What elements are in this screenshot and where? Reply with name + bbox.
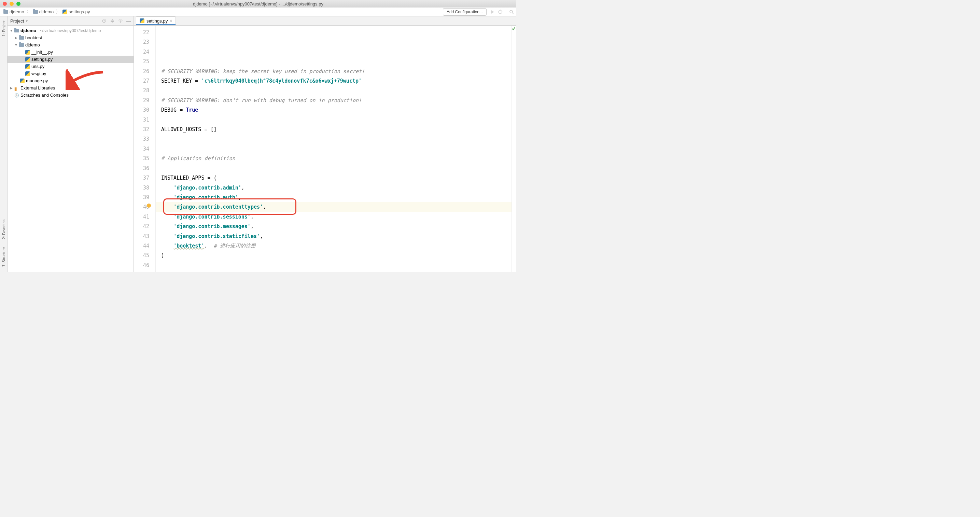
svg-point-9 (120, 20, 121, 22)
line-number: 40 (134, 202, 149, 212)
inspection-ok-icon[interactable] (512, 27, 515, 30)
project-tree[interactable]: ▼ djdemo ~/.virtualenvs/npy007/test/djde… (8, 25, 134, 100)
folder-icon (14, 29, 19, 32)
code-editor[interactable]: # SECURITY WARNING: keep the secret key … (156, 25, 512, 272)
folder-icon (19, 36, 24, 40)
tree-file-init[interactable]: __init__.py (8, 48, 134, 56)
expand-icon[interactable]: ▼ (14, 43, 18, 47)
line-number: 43 (134, 232, 149, 241)
code-string: 'django.contrib.messages' (173, 223, 251, 229)
line-number: 41 (134, 212, 149, 222)
tree-file-manage[interactable]: manage.py (8, 77, 134, 84)
code-comment: # 进行应用的注册 (214, 243, 256, 249)
tree-item-label: Scratches and Consoles (21, 92, 68, 98)
line-number: 22 (134, 28, 149, 37)
tree-item-label: settings.py (32, 57, 52, 62)
breadcrumb-label: djdemo (39, 9, 54, 14)
code-string: 'booktest' (173, 243, 204, 249)
debug-icon[interactable] (498, 9, 503, 15)
tree-item-label: djdemo (21, 28, 36, 33)
hide-panel-icon[interactable]: — (126, 18, 131, 24)
minimize-window-button[interactable] (10, 2, 14, 6)
settings-gear-icon[interactable] (118, 18, 123, 23)
line-number: 45 (134, 251, 149, 260)
line-number: 36 (134, 164, 149, 173)
tree-project-root[interactable]: ▼ djdemo ~/.virtualenvs/npy007/test/djde… (8, 27, 134, 34)
window-controls (3, 2, 21, 6)
tree-item-label: wsgi.py (32, 71, 46, 76)
close-tab-icon[interactable]: × (170, 18, 172, 23)
python-file-icon (25, 57, 30, 62)
collapse-all-icon[interactable] (110, 18, 115, 23)
line-number: 23 (134, 37, 149, 47)
code-content: # SECURITY WARNING: keep the secret key … (161, 67, 512, 272)
svg-point-5 (510, 10, 512, 13)
tree-folder-djdemo[interactable]: ▼ djdemo (8, 41, 134, 48)
search-everywhere-icon[interactable] (509, 9, 514, 15)
tree-file-urls[interactable]: urls.py (8, 63, 134, 70)
code-operator: , (238, 194, 242, 200)
folder-icon (19, 43, 24, 47)
add-configuration-button[interactable]: Add Configuration... (443, 8, 487, 16)
favorites-tool-tab[interactable]: 2: Favorites (1, 217, 6, 242)
locate-icon[interactable] (102, 18, 107, 23)
expand-icon[interactable]: ▶ (10, 86, 13, 90)
project-panel: Project ▾ — ▼ djdemo ~/.virtualenvs/npy0… (8, 16, 134, 272)
python-file-icon (25, 72, 30, 76)
library-icon (14, 86, 19, 90)
python-file-icon (25, 50, 30, 55)
editor-tab-settings[interactable]: settings.py × (136, 16, 176, 25)
tree-file-wsgi[interactable]: wsgi.py (8, 70, 134, 77)
code-operator: , (204, 243, 213, 249)
code-identifier: DEBUG (161, 107, 177, 113)
line-number: 34 (134, 144, 149, 154)
code-operator: , (263, 204, 266, 210)
breadcrumb-label: djdemo (10, 9, 24, 14)
line-number: 39 (134, 192, 149, 202)
tree-scratches[interactable]: ▶ Scratches and Consoles (8, 92, 134, 99)
code-identifier: SECRET_KEY (161, 78, 192, 84)
breadcrumb-item-project[interactable]: djdemo (2, 8, 25, 15)
breadcrumb-item-file[interactable]: settings.py (61, 8, 91, 15)
editor-area: settings.py × 22 23 24 25 26 27 28 29 30… (134, 16, 516, 272)
code-string: 'django.contrib.sessions' (173, 214, 251, 220)
code-operator: = (177, 107, 186, 113)
breadcrumb-item-package[interactable]: djdemo (32, 8, 55, 15)
code-comment: # SECURITY WARNING: keep the secret key … (161, 68, 365, 75)
code-comment: # SECURITY WARNING: don't run with debug… (161, 97, 362, 103)
line-number: 44 (134, 241, 149, 251)
code-string: 'django.contrib.admin' (173, 185, 242, 191)
editor-tabs: settings.py × (134, 16, 516, 25)
tree-item-label: booktest (25, 35, 42, 40)
structure-tool-tab[interactable]: 7: Structure (1, 245, 6, 269)
code-operator: ) (161, 252, 164, 259)
line-number: 28 (134, 86, 149, 95)
navbar-right: Add Configuration... (443, 8, 514, 16)
code-string: 'c%6ltrrkqy040lbeq(h^78c4yldonovfk7c&o6=… (201, 78, 362, 84)
tree-item-path: ~/.virtualenvs/npy007/test/djdemo (40, 29, 101, 33)
main-area: 1: Project 2: Favorites 7: Structure Pro… (0, 16, 516, 272)
code-keyword: True (186, 107, 198, 113)
breadcrumb-separator: 〉 (56, 9, 60, 15)
code-string: 'django.contrib.staticfiles' (173, 233, 260, 239)
project-tool-tab[interactable]: 1: Project (1, 18, 6, 39)
breadcrumb: djdemo 〉 djdemo 〉 settings.py (2, 8, 443, 15)
expand-icon[interactable]: ▼ (10, 29, 13, 32)
code-operator: = ( (204, 175, 216, 181)
tree-item-label: djdemo (25, 42, 40, 48)
breadcrumb-separator: 〉 (26, 9, 31, 15)
line-number: 30 (134, 105, 149, 115)
titlebar: djdemo [~/.virtualenvs/npy007/test/djdem… (0, 0, 516, 8)
run-icon[interactable] (489, 9, 495, 15)
code-string: 'django.contrib.contenttypes' (173, 204, 263, 210)
expand-icon[interactable]: ▶ (14, 36, 18, 40)
code-operator: = (192, 78, 201, 84)
svg-point-0 (498, 10, 502, 14)
tree-file-settings[interactable]: settings.py (8, 56, 134, 63)
tree-external-libraries[interactable]: ▶ External Libraries (8, 84, 134, 92)
dropdown-icon[interactable]: ▾ (26, 19, 28, 23)
line-number: 33 (134, 134, 149, 144)
tree-folder-booktest[interactable]: ▶ booktest (8, 34, 134, 41)
close-window-button[interactable] (3, 2, 7, 6)
maximize-window-button[interactable] (16, 2, 21, 6)
